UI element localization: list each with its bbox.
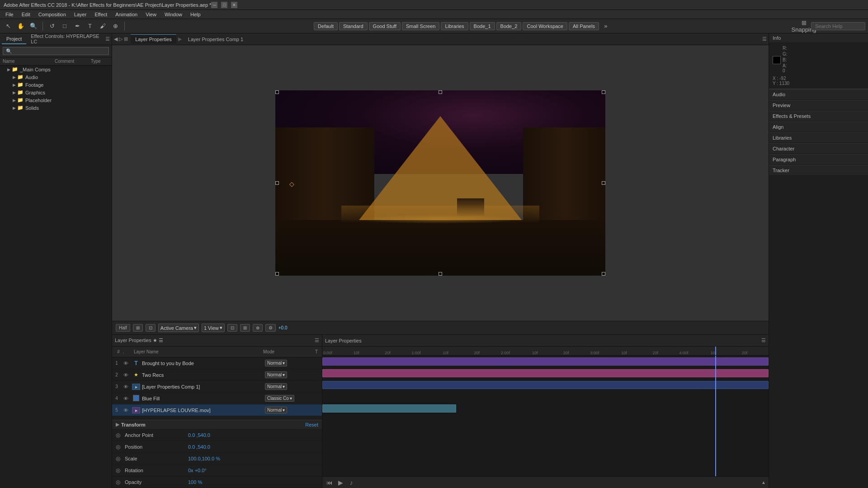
workspace-smallscreen[interactable]: Small Screen [402,22,439,30]
transform-prop-value[interactable]: 100.0,100.0 % [188,456,220,461]
handle-bottom-left[interactable] [275,272,279,276]
handle-bottom-center[interactable] [439,272,442,276]
mode-dropdown-2[interactable]: Normal ▾ [265,371,287,378]
tree-item-footage[interactable]: ▶ 📁 Footage [0,81,112,89]
mode-dropdown-4[interactable]: Classic Co ▾ [265,395,294,402]
transform-prop-value[interactable]: 0.0 ,540.0 [188,432,210,438]
maximize-button[interactable]: □ [221,2,227,8]
handle-mid-right[interactable] [602,181,605,185]
views-dropdown[interactable]: 1 View ▾ [202,324,225,332]
layer-visibility[interactable]: 👁 [121,396,130,401]
comp-panel-menu[interactable]: ☰ [762,36,767,42]
panel-menu-icon[interactable]: ☰ [105,36,110,42]
workspace-goodstuff[interactable]: Good Stuff [369,22,401,30]
comp-viewer[interactable]: ◇ [112,45,769,321]
viewer-grid-btn[interactable]: ⊡ [146,324,156,332]
zoom-tool[interactable]: 🔍 [28,21,39,32]
stopwatch-icon[interactable]: ◎ [116,467,125,474]
audio-button[interactable]: ♪ [347,478,356,487]
menu-view[interactable]: View [142,11,160,18]
tree-item-maincomps[interactable]: ▶ 📁 _Main Comps [0,66,112,73]
handle-top-left[interactable] [275,90,279,94]
workspace-standard[interactable]: Standard [339,22,368,30]
project-search-input[interactable] [3,47,109,55]
timeline-tracks[interactable] [322,356,769,476]
transform-prop-value[interactable]: 100 % [188,479,202,485]
transform-prop-value[interactable]: 0.0 ,540.0 [188,444,210,450]
play-button[interactable]: ▶ [336,478,345,487]
layer-visibility[interactable]: 👁 [121,408,130,413]
viewer-btn2[interactable]: ⊞ [240,324,250,332]
layer-row-3[interactable]: 3 👁 ▶ [Layer Properties Comp 1] Normal ▾ [112,381,322,393]
timeline-panel-menu[interactable]: ☰ [761,338,766,343]
handle-bottom-right[interactable] [602,272,605,276]
comp-tab-active[interactable]: Layer Properties [131,34,176,44]
stopwatch-icon[interactable]: ◎ [116,455,125,462]
selection-tool[interactable]: ↖ [3,21,14,32]
tree-item-placeholder[interactable]: ▶ 📁 Placeholder [0,96,112,104]
mode-dropdown-3[interactable]: Normal ▾ [265,383,287,390]
layer-visibility[interactable]: 👁 [121,384,130,389]
stopwatch-icon[interactable]: ◎ [116,432,125,438]
workspace-libraries[interactable]: Libraries [441,22,468,30]
playback-resolution-btn[interactable]: Half [116,324,130,332]
tracker-section-header[interactable]: Tracker [769,165,868,176]
mode-dropdown-1[interactable]: Normal ▾ [265,360,287,366]
workspace-default[interactable]: Default [314,22,338,30]
layer-panel-menu[interactable]: ☰ [315,338,319,343]
workspace-allpanels[interactable]: All Panels [569,22,599,30]
search-help-input[interactable] [811,22,865,30]
libraries-section-header[interactable]: Libraries [769,132,868,143]
transform-prop-value[interactable]: 0x +0.0° [188,468,207,473]
menu-file[interactable]: File [2,11,17,18]
menu-window[interactable]: Window [161,11,186,18]
transform-header[interactable]: ▶ Transform Reset [112,420,322,429]
workspace-bode1[interactable]: Bode_1 [470,22,495,30]
tree-item-audio[interactable]: ▶ 📁 Audio [0,73,112,81]
rotate-tool[interactable]: ↺ [47,21,57,32]
viewer-btn4[interactable]: ⚙ [265,324,276,332]
menu-edit[interactable]: Edit [18,11,34,18]
stopwatch-icon[interactable]: ◎ [116,444,125,450]
minimize-button[interactable]: ─ [211,2,217,8]
comp-tab-comp1[interactable]: Layer Properties Comp 1 [184,35,248,44]
layer-visibility[interactable]: 👁 [121,372,130,378]
align-section-header[interactable]: Align [769,122,868,132]
viewer-btn3[interactable]: ⊕ [253,324,263,332]
layer-row-4[interactable]: 4 👁 Blue Fill Classic Co ▾ [112,393,322,404]
workspace-overflow[interactable]: » [600,21,611,32]
hand-tool[interactable]: ✋ [15,21,26,32]
project-tab[interactable]: Project [2,34,26,44]
menu-layer[interactable]: Layer [71,11,90,18]
brush-tool[interactable]: 🖌 [97,21,108,32]
close-button[interactable]: ✕ [231,2,237,8]
camera-dropdown[interactable]: Active Camera ▾ [158,324,199,332]
menu-animation[interactable]: Animation [112,11,141,18]
layer-visibility[interactable]: 👁 [121,361,130,366]
paragraph-section-header[interactable]: Paragraph [769,154,868,165]
handle-top-right[interactable] [602,90,605,94]
handle-top-center[interactable] [439,90,442,94]
layer-row-2[interactable]: 2 👁 ★ Two Recs Normal ▾ [112,369,322,381]
effect-controls-tab[interactable]: Effect Controls: HYPERLAPSE LC [26,32,105,47]
character-section-header[interactable]: Character [769,143,868,154]
pen-tool[interactable]: ✒ [72,21,83,32]
info-header[interactable]: Info [769,33,868,43]
menu-composition[interactable]: Composition [35,11,70,18]
go-to-start-button[interactable]: ⏮ [325,478,334,487]
snapping-button[interactable]: ⊞ Snapping [798,21,809,32]
menu-effect[interactable]: Effect [91,11,111,18]
layer-row-1[interactable]: 1 👁 T Brought to you by Bode Normal ▾ [112,357,322,369]
viewer-btn1[interactable]: ⊡ [227,324,237,332]
tree-item-solids[interactable]: ▶ 📁 Solids [0,104,112,112]
puppet-tool[interactable]: ⊕ [110,21,121,32]
workspace-cool[interactable]: Cool Workspace [523,22,567,30]
transform-reset-button[interactable]: Reset [305,422,318,427]
workspace-bode2[interactable]: Bode_2 [496,22,522,30]
handle-mid-left[interactable] [275,181,279,185]
preview-section-header[interactable]: Preview [769,100,868,111]
menu-help[interactable]: Help [187,11,204,18]
layer-row-5[interactable]: 5 👁 ▶ [HYPERLAPSE LOUVRE.mov] Normal ▾ [112,404,322,416]
text-tool[interactable]: T [85,21,95,32]
effects-presets-section-header[interactable]: Effects & Presets [769,111,868,122]
